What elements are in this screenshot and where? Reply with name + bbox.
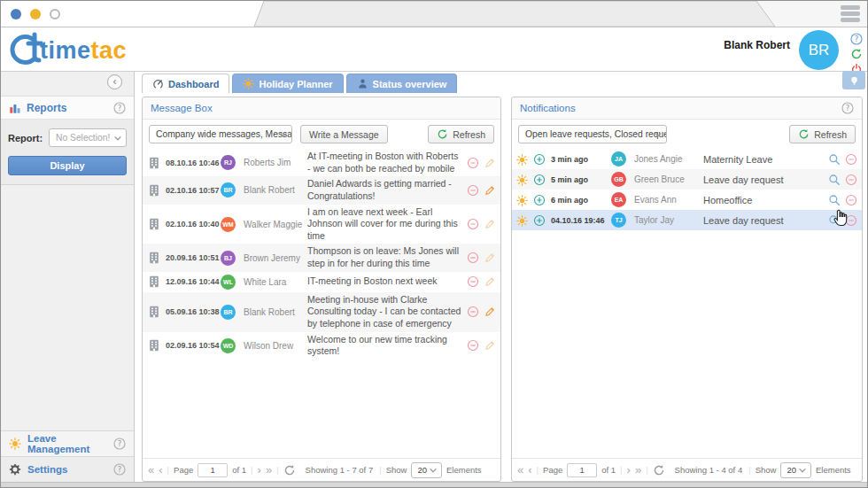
message-row[interactable]: 02.09.16 10:54WDWilson DrewWelcome to ou… xyxy=(143,332,500,360)
tab-dashboard[interactable]: Dashboard xyxy=(142,74,229,93)
first-page-icon[interactable]: « xyxy=(517,464,523,476)
page-number-input[interactable] xyxy=(567,463,597,477)
message-row[interactable]: 05.09.16 10:38BRBlank RobertMeeting in-h… xyxy=(143,292,500,332)
notification-row[interactable]: 3 min agoJAJones AngieMaternity Leave xyxy=(512,149,862,169)
hints-bulb-button[interactable] xyxy=(842,71,865,89)
edit-message-icon[interactable] xyxy=(484,339,496,352)
reports-title: Reports xyxy=(27,102,66,114)
reports-help-icon[interactable]: ? xyxy=(113,102,126,114)
app-logo[interactable]: timetac xyxy=(7,31,127,68)
refresh-icon[interactable] xyxy=(850,48,863,60)
delete-message-icon[interactable] xyxy=(467,306,479,318)
chevron-down-icon xyxy=(654,131,663,141)
tab-bar: DashboardHoliday PlannerStatus overview xyxy=(142,74,457,93)
window-control-maximize[interactable] xyxy=(50,9,60,19)
add-leave-icon[interactable] xyxy=(533,214,546,227)
last-page-icon[interactable]: » xyxy=(266,464,272,476)
delete-message-icon[interactable] xyxy=(467,339,479,352)
app-window: timetac Blank Robert BR ? ‹ Reports ? Re… xyxy=(0,0,868,488)
message-author: Wilson Drew xyxy=(244,341,307,351)
message-row[interactable]: 02.10.16 10:57BRBlank RobertDaniel Adwar… xyxy=(143,176,500,204)
add-leave-icon[interactable] xyxy=(533,194,546,206)
page-size-select[interactable]: 20 xyxy=(780,462,811,478)
logo-clock-icon xyxy=(7,31,43,68)
view-request-icon[interactable] xyxy=(828,194,841,206)
notification-row[interactable]: 6 min agoEAEvans AnnHomeoffice xyxy=(512,190,862,210)
edit-message-icon[interactable] xyxy=(484,157,496,169)
next-page-icon[interactable]: › xyxy=(258,464,261,476)
notification-time: 04.10.16 19:46 xyxy=(551,216,611,225)
dismiss-notification-icon[interactable] xyxy=(845,153,857,166)
message-date: 02.09.16 10:54 xyxy=(166,341,221,350)
message-date: 02.10.16 10:40 xyxy=(166,220,221,229)
chevron-down-icon xyxy=(798,467,807,476)
notification-user: Jones Angie xyxy=(634,154,703,164)
notification-row[interactable]: 04.10.16 19:46TJTaylor JayLeave day requ… xyxy=(512,210,862,230)
page-size-select[interactable]: 20 xyxy=(411,462,442,478)
dismiss-notification-icon[interactable] xyxy=(845,214,857,227)
tab-holiday-planner[interactable]: Holiday Planner xyxy=(232,74,343,93)
svg-text:?: ? xyxy=(118,465,122,474)
message-author: Blank Robert xyxy=(244,307,307,317)
delete-message-icon[interactable] xyxy=(467,252,479,264)
sidebar-collapse-button[interactable]: ‹ xyxy=(107,74,122,89)
notifications-refresh-button[interactable]: Refresh xyxy=(789,125,856,143)
view-request-icon[interactable] xyxy=(828,214,841,227)
sun-icon xyxy=(516,214,528,226)
page-number-input[interactable] xyxy=(198,463,228,477)
edit-message-icon[interactable] xyxy=(484,252,496,264)
message-row[interactable]: 12.09.16 10:44WLWhite LaraIT-meeting in … xyxy=(143,272,500,292)
reload-list-icon[interactable] xyxy=(653,464,665,476)
edit-message-icon[interactable] xyxy=(484,218,496,230)
sun-icon xyxy=(9,438,21,450)
notification-row[interactable]: 5 min agoGBGreen BruceLeave day request xyxy=(512,169,862,190)
sidebar-item-leave-management[interactable]: Leave Management ? xyxy=(1,430,134,456)
message-row[interactable]: 08.10.16 10:46RJRoberts JimAt IT-meeting… xyxy=(143,149,500,176)
leave-management-help-icon[interactable]: ? xyxy=(113,438,126,450)
delete-message-icon[interactable] xyxy=(467,184,479,197)
delete-message-icon[interactable] xyxy=(467,157,479,169)
avatar: JA xyxy=(611,151,626,167)
edit-message-icon[interactable] xyxy=(484,184,496,197)
add-leave-icon[interactable] xyxy=(533,153,546,166)
window-control-minimize[interactable] xyxy=(30,9,41,19)
company-icon xyxy=(147,156,161,170)
prev-page-icon[interactable]: ‹ xyxy=(528,464,531,476)
window-control-close[interactable] xyxy=(11,9,21,19)
tab-status-overview[interactable]: Status overview xyxy=(346,74,458,93)
sidebar-item-settings[interactable]: Settings ? xyxy=(1,456,134,482)
report-select[interactable]: No Selection! xyxy=(49,128,127,147)
delete-message-icon[interactable] xyxy=(467,218,479,230)
help-icon[interactable]: ? xyxy=(850,33,863,45)
message-date: 08.10.16 10:46 xyxy=(166,159,221,167)
dismiss-notification-icon[interactable] xyxy=(845,174,857,186)
display-button[interactable]: Display xyxy=(8,156,127,175)
message-date: 05.09.16 10:38 xyxy=(166,307,221,316)
delete-message-icon[interactable] xyxy=(467,275,479,288)
next-page-icon[interactable]: › xyxy=(627,464,631,476)
dismiss-notification-icon[interactable] xyxy=(845,194,857,206)
notifications-filter-select[interactable]: Open leave requests, Closed reques xyxy=(518,125,667,143)
message-refresh-button[interactable]: Refresh xyxy=(428,125,494,143)
current-user-name: Blank Robert xyxy=(724,39,790,51)
write-message-button[interactable]: Write a Message xyxy=(300,125,388,143)
message-filter-select[interactable]: Company wide messages, Message xyxy=(149,125,292,143)
edit-message-icon[interactable] xyxy=(484,275,496,288)
last-page-icon[interactable]: » xyxy=(635,464,641,476)
message-row[interactable]: 02.10.16 10:40WMWalker MaggieI am on lea… xyxy=(143,205,500,244)
message-row[interactable]: 20.09.16 10:51BJBrown JeremyThompson is … xyxy=(143,244,500,271)
reload-list-icon[interactable] xyxy=(283,464,296,476)
add-leave-icon[interactable] xyxy=(533,174,546,186)
showing-label: Showing 1 - 7 of 7 xyxy=(306,465,374,475)
window-bottom-edge xyxy=(1,482,867,487)
view-request-icon[interactable] xyxy=(828,153,841,166)
notification-time: 6 min ago xyxy=(551,196,611,205)
notifications-help-icon[interactable]: ? xyxy=(841,102,854,114)
edit-message-icon[interactable] xyxy=(484,306,496,318)
browser-menu-icon[interactable] xyxy=(841,5,860,22)
settings-help-icon[interactable]: ? xyxy=(113,463,126,476)
first-page-icon[interactable]: « xyxy=(148,464,154,476)
user-avatar[interactable]: BR xyxy=(799,30,839,70)
prev-page-icon[interactable]: ‹ xyxy=(159,464,162,476)
view-request-icon[interactable] xyxy=(828,174,841,186)
